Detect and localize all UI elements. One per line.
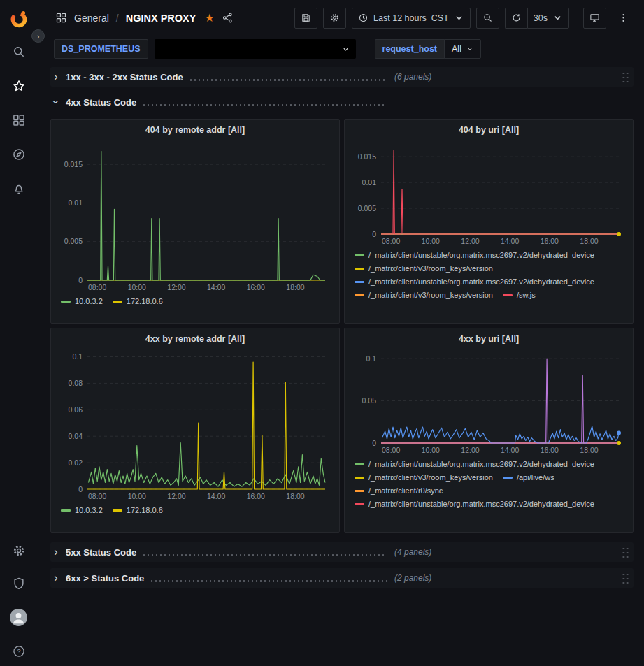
kebab-menu-icon[interactable] — [612, 8, 634, 29]
chart-4xx-by-uri[interactable]: 00.050.108:0010:0012:0014:0016:0018:00 — [352, 345, 626, 456]
breadcrumb-folder[interactable]: General — [74, 13, 109, 24]
panel-title[interactable]: 404 by remote addr [All] — [58, 123, 332, 136]
svg-text:12:00: 12:00 — [461, 446, 479, 454]
svg-text:10:00: 10:00 — [128, 492, 146, 500]
legend-item[interactable]: /_matrix/client/unstable/org.matrix.msc2… — [355, 250, 594, 261]
chevron-right-icon: › — [52, 546, 60, 558]
legend-item[interactable]: /_matrix/client/v3/room_keys/version — [355, 472, 493, 483]
breadcrumb-separator: / — [116, 13, 119, 24]
row-6xx[interactable]: › 6xx > Status Code (2 panels) — [50, 568, 634, 588]
variable-label-ds-prometheus[interactable]: DS_PROMETHEUS — [54, 39, 148, 59]
search-icon[interactable] — [11, 44, 27, 59]
chevron-down-icon: › — [50, 98, 62, 106]
legend-item[interactable]: /_matrix/client/unstable/org.matrix.msc2… — [355, 459, 594, 470]
sidebar-expand-button[interactable]: › — [31, 29, 45, 43]
legend-item[interactable]: 172.18.0.6 — [113, 296, 163, 307]
svg-text:08:00: 08:00 — [88, 283, 106, 291]
legend-item[interactable]: /api/live/ws — [503, 472, 554, 483]
row-title: 5xx Status Code — [66, 547, 136, 558]
legend-item[interactable]: /_matrix/client/v3/room_keys/version — [355, 290, 493, 301]
variable-value-request-host[interactable]: All — [444, 39, 481, 59]
panel-title[interactable]: 4xx by remote addr [All] — [58, 332, 332, 345]
row-4xx[interactable]: › 4xx Status Code — [50, 94, 634, 110]
apps-grid-icon[interactable] — [55, 12, 67, 24]
time-range-picker[interactable]: Last 12 hours CST — [352, 8, 471, 29]
dashboards-icon[interactable] — [11, 113, 27, 128]
legend-item[interactable]: 172.18.0.6 — [113, 505, 163, 516]
dashboard-canvas: › 1xx - 3xx - 2xx Status Code (6 panels)… — [37, 61, 644, 666]
row-5xx[interactable]: › 5xx Status Code (4 panels) — [50, 542, 634, 562]
panel-title[interactable]: 404 by uri [All] — [352, 123, 626, 136]
settings-gear-icon[interactable] — [11, 543, 27, 558]
alerting-bell-icon[interactable] — [11, 181, 27, 196]
chart-404-by-remote-addr[interactable]: 00.0050.010.01508:0010:0012:0014:0016:00… — [58, 136, 332, 293]
sidebar: ? — [0, 0, 37, 666]
legend-series-swatch — [355, 281, 364, 283]
row-panel-count: (4 panels) — [394, 547, 431, 557]
chevron-down-icon — [342, 45, 350, 53]
chart-4xx-by-remote-addr[interactable]: 00.020.040.060.080.108:0010:0012:0014:00… — [58, 345, 332, 502]
starred-dashboards-icon[interactable] — [11, 78, 27, 94]
refresh-button[interactable] — [505, 8, 527, 29]
legend-series-swatch — [355, 268, 364, 270]
favorite-star-icon[interactable]: ★ — [204, 11, 214, 24]
refresh-interval-label: 30s — [534, 13, 548, 23]
dotted-leader — [142, 104, 387, 106]
row-drag-handle[interactable] — [622, 572, 629, 584]
svg-text:16:00: 16:00 — [247, 283, 265, 291]
breadcrumb-dashboard-title[interactable]: NGINX PROXY — [126, 13, 196, 24]
cycle-view-mode-button[interactable] — [583, 8, 606, 29]
variable-value-ds-prometheus-redacted[interactable] — [155, 39, 356, 59]
legend-item[interactable]: /_matrix/client/unstable/org.matrix.msc2… — [355, 277, 594, 287]
dashboard-variables-bar: DS_PROMETHEUS request_host All — [37, 36, 644, 61]
legend-series-swatch — [355, 294, 364, 296]
legend-item[interactable]: /sw.js — [503, 290, 536, 301]
legend-item[interactable]: /_matrix/client/r0/sync — [355, 486, 443, 496]
chevron-down-icon — [552, 13, 563, 23]
svg-text:0.01: 0.01 — [362, 178, 377, 187]
panel-title[interactable]: 4xx by uri [All] — [352, 332, 626, 345]
dashboard-settings-button[interactable] — [323, 8, 346, 29]
clock-icon — [358, 13, 368, 23]
legend-item[interactable]: /_matrix/client/v3/room_keys/version — [355, 263, 493, 274]
chevron-right-icon: › — [52, 71, 60, 82]
grafana-logo-icon[interactable] — [9, 9, 29, 29]
svg-text:0.015: 0.015 — [64, 160, 83, 168]
svg-text:0: 0 — [372, 230, 376, 238]
svg-text:0.005: 0.005 — [64, 237, 83, 245]
admin-shield-icon[interactable] — [11, 576, 27, 591]
chart-404-by-uri[interactable]: 00.0050.010.01508:0010:0012:0014:0016:00… — [352, 136, 626, 247]
zoom-out-time-button[interactable] — [476, 8, 499, 29]
panel-grid: 404 by remote addr [All] 00.0050.010.015… — [50, 119, 634, 533]
legend-item[interactable]: 10.0.3.2 — [61, 296, 103, 307]
variable-label-request-host[interactable]: request_host — [375, 39, 445, 59]
row-1xx-3xx-2xx[interactable]: › 1xx - 3xx - 2xx Status Code (6 panels) — [50, 67, 634, 87]
user-avatar[interactable] — [10, 609, 27, 626]
save-dashboard-button[interactable] — [294, 8, 317, 29]
legend-item[interactable]: 10.0.3.2 — [61, 505, 103, 516]
svg-text:16:00: 16:00 — [541, 237, 559, 245]
legend-series-swatch — [503, 477, 513, 479]
legend-series-swatch — [61, 509, 71, 512]
explore-compass-icon[interactable] — [11, 147, 27, 162]
share-icon[interactable] — [222, 12, 234, 24]
svg-text:08:00: 08:00 — [382, 446, 400, 454]
svg-text:18:00: 18:00 — [286, 283, 304, 291]
refresh-interval-select[interactable]: 30s — [527, 8, 569, 29]
grafana-app: ? › General / NGINX PROXY ★ — [0, 0, 644, 666]
svg-text:0: 0 — [78, 485, 83, 493]
row-drag-handle[interactable] — [622, 546, 629, 558]
legend-series-swatch — [355, 463, 364, 465]
svg-text:18:00: 18:00 — [580, 237, 598, 245]
svg-text:10:00: 10:00 — [422, 237, 440, 245]
svg-text:0: 0 — [78, 276, 83, 284]
svg-text:0.015: 0.015 — [358, 152, 376, 161]
refresh-button-group: 30s — [505, 8, 569, 29]
help-icon[interactable]: ? — [11, 644, 27, 659]
svg-text:12:00: 12:00 — [461, 237, 479, 245]
main-area: General / NGINX PROXY ★ — [37, 0, 644, 666]
panel-404-by-uri: 404 by uri [All] 00.0050.010.01508:0010:… — [344, 119, 634, 324]
row-drag-handle[interactable] — [622, 71, 629, 83]
dotted-leader — [189, 79, 387, 81]
legend-item[interactable]: /_matrix/client/unstable/org.matrix.msc2… — [355, 499, 594, 509]
